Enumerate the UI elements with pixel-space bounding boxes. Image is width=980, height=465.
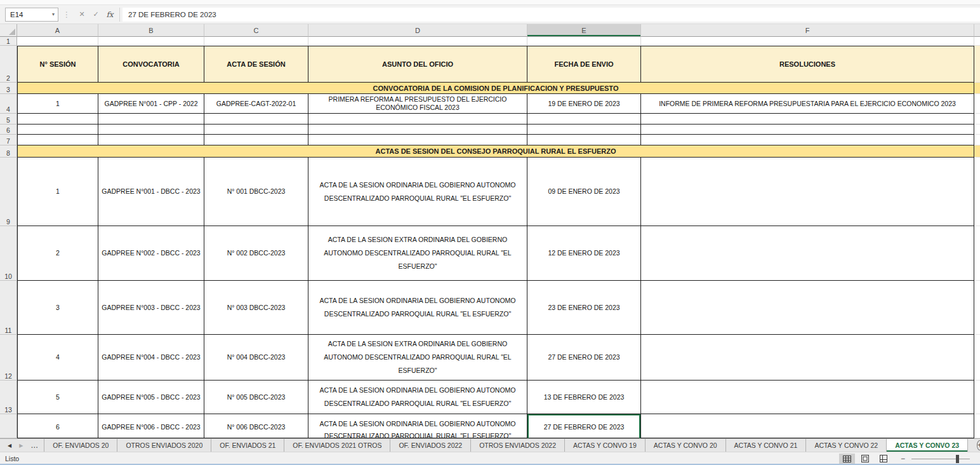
new-sheet-button[interactable]: + (977, 440, 980, 450)
cell-F12[interactable] (641, 335, 974, 381)
column-header-b[interactable]: B (98, 24, 204, 37)
enter-icon[interactable]: ✓ (89, 10, 103, 18)
cell-E11[interactable]: 23 DE ENERO DE 2023 (527, 281, 641, 335)
cell-D4[interactable]: PRIMERA REFORMA AL PRESUPUESTO DEL EJERC… (308, 94, 527, 114)
sheet-tab-actas-y-convo-22[interactable]: ACTAS Y CONVO 22 (805, 439, 886, 452)
cell-A10[interactable]: 2 (17, 226, 98, 281)
table-header-E2[interactable]: FECHA DE ENVIO (527, 46, 641, 83)
row-header-5[interactable]: 5 (0, 114, 17, 125)
row-header-9[interactable]: 9 (0, 158, 17, 226)
cell-C12[interactable]: N° 004 DBCC-2023 (204, 335, 308, 381)
row-header-10[interactable]: 10 (0, 226, 17, 281)
row-header-4[interactable]: 4 (0, 94, 17, 114)
column-header-f[interactable]: F (641, 24, 974, 37)
cell-A13[interactable]: 5 (17, 381, 98, 414)
cell-E12[interactable]: 27 DE ENERO DE 2023 (527, 335, 641, 381)
cell-F9[interactable] (641, 158, 974, 226)
cell-A5[interactable] (17, 114, 98, 125)
cell-F11[interactable] (641, 281, 974, 335)
cell-D12[interactable]: ACTA DE LA SESION EXTRA ORDINARIA DEL GO… (308, 335, 527, 381)
zoom-slider[interactable] (911, 459, 970, 459)
cell-E6[interactable] (527, 125, 641, 135)
cell-E13[interactable]: 13 DE FEBRERO DE 2023 (527, 381, 641, 414)
cell-A9[interactable]: 1 (17, 158, 98, 226)
table-header-D2[interactable]: ASUNTO DEL OFICIO (308, 46, 527, 83)
cell-B12[interactable]: GADPREE N°004 - DBCC - 2023 (98, 335, 204, 381)
sheet-tab-actas-y-convo-21[interactable]: ACTAS Y CONVO 21 (725, 439, 806, 452)
cell-E7[interactable] (527, 135, 641, 145)
row-header-2[interactable]: 2 (0, 46, 17, 83)
page-layout-view-icon[interactable] (858, 454, 873, 464)
select-all-corner[interactable] (0, 24, 17, 37)
sheet-tab-of-enviados-2021-otros[interactable]: OF. ENVIADOS 2021 OTROS (284, 439, 390, 452)
cell-A6[interactable] (17, 125, 98, 135)
cancel-icon[interactable]: ✕ (75, 10, 89, 18)
cell-D5[interactable] (308, 114, 527, 125)
row-header-1[interactable]: 1 (0, 37, 17, 46)
cell-A1[interactable] (17, 37, 98, 46)
cell-C11[interactable]: N° 003 DBCC-2023 (204, 281, 308, 335)
cell-E4[interactable]: 19 DE ENERO DE 2023 (527, 94, 641, 114)
cell-C10[interactable]: N° 002 DBCC-2023 (204, 226, 308, 281)
section-banner-row-3[interactable]: CONVOCATORIA DE LA COMISION DE PLANIFICA… (17, 83, 974, 94)
row-header-6[interactable]: 6 (0, 125, 17, 135)
cell-F7[interactable] (641, 135, 974, 145)
cell-D14[interactable]: ACTA DE LA SESION ORDINARIA DEL GOBIERNO… (308, 414, 527, 438)
sheet-tab-actas-y-convo-20[interactable]: ACTAS Y CONVO 20 (645, 439, 725, 452)
cell-D7[interactable] (308, 135, 527, 145)
cell-A14[interactable]: 6 (17, 414, 98, 438)
cell-D11[interactable]: ACTA DE LA SESION ORDINARIA DEL GOBIERNO… (308, 281, 527, 335)
sheet-tab-actas-y-convo-23[interactable]: ACTAS Y CONVO 23 (886, 439, 968, 452)
name-box[interactable]: E14 ▾ (5, 8, 58, 22)
cell-B4[interactable]: GADPREE N°001 - CPP - 2022 (98, 94, 204, 114)
sheet-tab-otros-enviados-2022[interactable]: OTROS ENVIADOS 2022 (470, 439, 564, 452)
sheet-tab-otros-enviados-2020[interactable]: OTROS ENVIADOS 2020 (117, 439, 211, 452)
row-header-8[interactable]: 8 (0, 145, 17, 158)
cell-D6[interactable] (308, 125, 527, 135)
cell-B5[interactable] (98, 114, 204, 125)
table-header-A2[interactable]: N° SESIÓN (17, 46, 98, 83)
cell-B9[interactable]: GADPREE N°001 - DBCC - 2023 (98, 158, 204, 226)
sheet-tab-of-enviados-21[interactable]: OF. ENVIADOS 21 (211, 439, 284, 452)
table-header-B2[interactable]: CONVOCATORIA (98, 46, 204, 83)
section-banner-row-8[interactable]: ACTAS DE SESION DEL CONSEJO PARROQUIAL R… (17, 145, 974, 158)
table-header-F2[interactable]: RESOLUCIONES (641, 46, 974, 83)
row-header-7[interactable]: 7 (0, 135, 17, 145)
cell-A12[interactable]: 4 (17, 335, 98, 381)
cell-E1[interactable] (527, 37, 641, 46)
cell-C4[interactable]: GADPREE-CAGT-2022-01 (204, 94, 308, 114)
cell-C1[interactable] (204, 37, 308, 46)
cell-A11[interactable]: 3 (17, 281, 98, 335)
row-header-11[interactable]: 11 (0, 281, 17, 335)
cell-F5[interactable] (641, 114, 974, 125)
zoom-out-icon[interactable]: − (901, 454, 905, 463)
cell-D1[interactable] (308, 37, 527, 46)
sheet-tab-of-enviados-2022[interactable]: OF. ENVIADOS 2022 (390, 439, 470, 452)
page-break-view-icon[interactable] (876, 454, 892, 464)
sheet-tab-of-enviados-20[interactable]: OF. ENVIADOS 20 (44, 439, 117, 452)
cell-C13[interactable]: N° 005 DBCC-2023 (204, 381, 308, 414)
cell-B6[interactable] (98, 125, 204, 135)
cell-F10[interactable] (641, 226, 974, 281)
normal-view-icon[interactable] (839, 454, 855, 464)
cell-C7[interactable] (204, 135, 308, 145)
column-header-e[interactable]: E (527, 24, 641, 37)
cell-F14[interactable] (641, 414, 974, 438)
table-header-C2[interactable]: ACTA DE SESIÓN (204, 46, 308, 83)
cell-B1[interactable] (98, 37, 204, 46)
cell-D9[interactable]: ACTA DE LA SESION ORDINARIA DEL GOBIERNO… (308, 158, 527, 226)
cell-E14[interactable]: 27 DE FEBRERO DE 2023 (527, 414, 641, 438)
next-sheet-icon[interactable]: ▶ (19, 443, 23, 448)
row-header-3[interactable]: 3 (0, 83, 17, 94)
row-header-14[interactable] (0, 414, 17, 438)
column-header-a[interactable]: A (17, 24, 98, 37)
zoom-slider-thumb[interactable] (956, 455, 959, 463)
cell-B13[interactable]: GADPREE N°005 - DBCC - 2023 (98, 381, 204, 414)
column-header-c[interactable]: C (204, 24, 308, 37)
cell-C9[interactable]: N° 001 DBCC-2023 (204, 158, 308, 226)
cell-E10[interactable]: 12 DE ENERO DE 2023 (527, 226, 641, 281)
cell-F1[interactable] (641, 37, 974, 46)
row-header-13[interactable]: 13 (0, 381, 17, 414)
cell-F13[interactable] (641, 381, 974, 414)
prev-sheet-icon[interactable]: ◀ (8, 443, 11, 448)
